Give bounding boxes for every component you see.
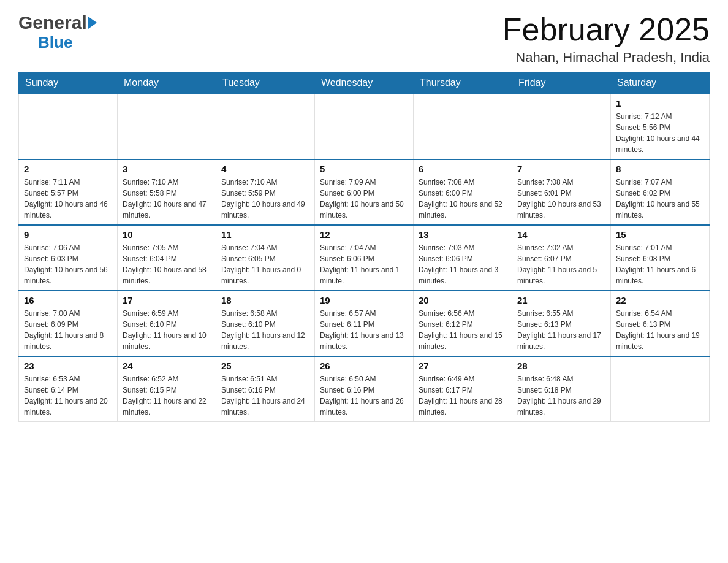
day-info: Sunrise: 7:00 AM Sunset: 6:09 PM Dayligh… bbox=[24, 308, 112, 352]
day-number: 3 bbox=[123, 164, 211, 174]
calendar-cell: 15Sunrise: 7:01 AM Sunset: 6:08 PM Dayli… bbox=[611, 225, 710, 291]
header-thursday: Thursday bbox=[414, 72, 512, 94]
day-number: 18 bbox=[221, 295, 309, 305]
calendar-cell bbox=[512, 94, 611, 159]
day-info: Sunrise: 7:03 AM Sunset: 6:06 PM Dayligh… bbox=[419, 242, 507, 286]
day-number: 12 bbox=[320, 229, 408, 240]
day-info: Sunrise: 7:02 AM Sunset: 6:07 PM Dayligh… bbox=[517, 242, 605, 286]
day-info: Sunrise: 6:52 AM Sunset: 6:15 PM Dayligh… bbox=[123, 373, 211, 418]
calendar-cell bbox=[19, 94, 118, 159]
page-header: General Blue February 2025 Nahan, Himach… bbox=[18, 12, 710, 66]
day-info: Sunrise: 7:08 AM Sunset: 6:00 PM Dayligh… bbox=[419, 177, 507, 221]
day-number: 16 bbox=[24, 295, 112, 305]
calendar-cell: 8Sunrise: 7:07 AM Sunset: 6:02 PM Daylig… bbox=[611, 159, 710, 225]
header-tuesday: Tuesday bbox=[216, 72, 315, 94]
day-number: 9 bbox=[24, 229, 112, 240]
month-title: February 2025 bbox=[502, 12, 710, 47]
day-number: 4 bbox=[221, 164, 309, 174]
calendar-cell: 9Sunrise: 7:06 AM Sunset: 6:03 PM Daylig… bbox=[19, 225, 118, 291]
calendar-header-row: SundayMondayTuesdayWednesdayThursdayFrid… bbox=[19, 72, 710, 94]
day-info: Sunrise: 6:53 AM Sunset: 6:14 PM Dayligh… bbox=[24, 373, 112, 418]
header-sunday: Sunday bbox=[19, 72, 118, 94]
logo-general-text: General bbox=[18, 12, 87, 33]
day-number: 13 bbox=[419, 229, 507, 240]
day-number: 20 bbox=[419, 295, 507, 305]
day-number: 10 bbox=[123, 229, 211, 240]
calendar-cell: 1Sunrise: 7:12 AM Sunset: 5:56 PM Daylig… bbox=[611, 94, 710, 159]
day-number: 27 bbox=[419, 361, 507, 371]
day-number: 2 bbox=[24, 164, 112, 174]
day-info: Sunrise: 7:12 AM Sunset: 5:56 PM Dayligh… bbox=[616, 111, 704, 155]
title-block: February 2025 Nahan, Himachal Pradesh, I… bbox=[502, 12, 710, 66]
header-friday: Friday bbox=[512, 72, 611, 94]
day-info: Sunrise: 6:58 AM Sunset: 6:10 PM Dayligh… bbox=[221, 308, 309, 352]
calendar-cell bbox=[315, 94, 414, 159]
day-info: Sunrise: 6:49 AM Sunset: 6:17 PM Dayligh… bbox=[419, 373, 507, 418]
calendar-cell: 20Sunrise: 6:56 AM Sunset: 6:12 PM Dayli… bbox=[414, 291, 512, 356]
calendar-cell: 6Sunrise: 7:08 AM Sunset: 6:00 PM Daylig… bbox=[414, 159, 512, 225]
calendar-cell: 22Sunrise: 6:54 AM Sunset: 6:13 PM Dayli… bbox=[611, 291, 710, 356]
day-info: Sunrise: 7:08 AM Sunset: 6:01 PM Dayligh… bbox=[517, 177, 605, 221]
calendar-cell: 17Sunrise: 6:59 AM Sunset: 6:10 PM Dayli… bbox=[118, 291, 216, 356]
day-info: Sunrise: 7:05 AM Sunset: 6:04 PM Dayligh… bbox=[123, 242, 211, 286]
calendar-cell: 14Sunrise: 7:02 AM Sunset: 6:07 PM Dayli… bbox=[512, 225, 611, 291]
calendar-table: SundayMondayTuesdayWednesdayThursdayFrid… bbox=[18, 72, 710, 422]
calendar-cell: 7Sunrise: 7:08 AM Sunset: 6:01 PM Daylig… bbox=[512, 159, 611, 225]
calendar-cell: 5Sunrise: 7:09 AM Sunset: 6:00 PM Daylig… bbox=[315, 159, 414, 225]
calendar-cell: 3Sunrise: 7:10 AM Sunset: 5:58 PM Daylig… bbox=[118, 159, 216, 225]
calendar-week-row: 23Sunrise: 6:53 AM Sunset: 6:14 PM Dayli… bbox=[19, 356, 710, 422]
calendar-cell: 2Sunrise: 7:11 AM Sunset: 5:57 PM Daylig… bbox=[19, 159, 118, 225]
day-number: 19 bbox=[320, 295, 408, 305]
calendar-cell: 23Sunrise: 6:53 AM Sunset: 6:14 PM Dayli… bbox=[19, 356, 118, 422]
day-info: Sunrise: 6:50 AM Sunset: 6:16 PM Dayligh… bbox=[320, 373, 408, 418]
day-number: 22 bbox=[616, 295, 704, 305]
day-info: Sunrise: 7:04 AM Sunset: 6:06 PM Dayligh… bbox=[320, 242, 408, 286]
day-number: 1 bbox=[616, 98, 704, 109]
day-info: Sunrise: 7:09 AM Sunset: 6:00 PM Dayligh… bbox=[320, 177, 408, 221]
calendar-cell: 27Sunrise: 6:49 AM Sunset: 6:17 PM Dayli… bbox=[414, 356, 512, 422]
header-wednesday: Wednesday bbox=[315, 72, 414, 94]
day-info: Sunrise: 6:51 AM Sunset: 6:16 PM Dayligh… bbox=[221, 373, 309, 418]
day-number: 17 bbox=[123, 295, 211, 305]
day-info: Sunrise: 7:06 AM Sunset: 6:03 PM Dayligh… bbox=[24, 242, 112, 286]
day-info: Sunrise: 6:54 AM Sunset: 6:13 PM Dayligh… bbox=[616, 308, 704, 352]
day-number: 14 bbox=[517, 229, 605, 240]
calendar-week-row: 2Sunrise: 7:11 AM Sunset: 5:57 PM Daylig… bbox=[19, 159, 710, 225]
day-info: Sunrise: 7:10 AM Sunset: 5:59 PM Dayligh… bbox=[221, 177, 309, 221]
calendar-cell: 18Sunrise: 6:58 AM Sunset: 6:10 PM Dayli… bbox=[216, 291, 315, 356]
day-number: 25 bbox=[221, 361, 309, 371]
calendar-week-row: 9Sunrise: 7:06 AM Sunset: 6:03 PM Daylig… bbox=[19, 225, 710, 291]
calendar-cell bbox=[118, 94, 216, 159]
calendar-cell: 12Sunrise: 7:04 AM Sunset: 6:06 PM Dayli… bbox=[315, 225, 414, 291]
calendar-cell bbox=[414, 94, 512, 159]
header-monday: Monday bbox=[118, 72, 216, 94]
day-number: 28 bbox=[517, 361, 605, 371]
calendar-cell: 28Sunrise: 6:48 AM Sunset: 6:18 PM Dayli… bbox=[512, 356, 611, 422]
day-info: Sunrise: 6:59 AM Sunset: 6:10 PM Dayligh… bbox=[123, 308, 211, 352]
day-info: Sunrise: 6:48 AM Sunset: 6:18 PM Dayligh… bbox=[517, 373, 605, 418]
day-number: 7 bbox=[517, 164, 605, 174]
day-info: Sunrise: 7:04 AM Sunset: 6:05 PM Dayligh… bbox=[221, 242, 309, 286]
day-number: 11 bbox=[221, 229, 309, 240]
day-info: Sunrise: 6:56 AM Sunset: 6:12 PM Dayligh… bbox=[419, 308, 507, 352]
calendar-cell: 19Sunrise: 6:57 AM Sunset: 6:11 PM Dayli… bbox=[315, 291, 414, 356]
header-saturday: Saturday bbox=[611, 72, 710, 94]
day-number: 5 bbox=[320, 164, 408, 174]
day-info: Sunrise: 6:57 AM Sunset: 6:11 PM Dayligh… bbox=[320, 308, 408, 352]
calendar-cell: 10Sunrise: 7:05 AM Sunset: 6:04 PM Dayli… bbox=[118, 225, 216, 291]
location-title: Nahan, Himachal Pradesh, India bbox=[502, 50, 710, 66]
day-info: Sunrise: 7:07 AM Sunset: 6:02 PM Dayligh… bbox=[616, 177, 704, 221]
calendar-cell: 16Sunrise: 7:00 AM Sunset: 6:09 PM Dayli… bbox=[19, 291, 118, 356]
day-number: 15 bbox=[616, 229, 704, 240]
day-info: Sunrise: 7:01 AM Sunset: 6:08 PM Dayligh… bbox=[616, 242, 704, 286]
day-number: 6 bbox=[419, 164, 507, 174]
calendar-cell: 25Sunrise: 6:51 AM Sunset: 6:16 PM Dayli… bbox=[216, 356, 315, 422]
day-info: Sunrise: 7:10 AM Sunset: 5:58 PM Dayligh… bbox=[123, 177, 211, 221]
day-number: 21 bbox=[517, 295, 605, 305]
calendar-cell: 11Sunrise: 7:04 AM Sunset: 6:05 PM Dayli… bbox=[216, 225, 315, 291]
calendar-cell: 26Sunrise: 6:50 AM Sunset: 6:16 PM Dayli… bbox=[315, 356, 414, 422]
day-number: 26 bbox=[320, 361, 408, 371]
logo-blue-text: Blue bbox=[38, 33, 72, 52]
calendar-cell: 21Sunrise: 6:55 AM Sunset: 6:13 PM Dayli… bbox=[512, 291, 611, 356]
calendar-cell: 4Sunrise: 7:10 AM Sunset: 5:59 PM Daylig… bbox=[216, 159, 315, 225]
